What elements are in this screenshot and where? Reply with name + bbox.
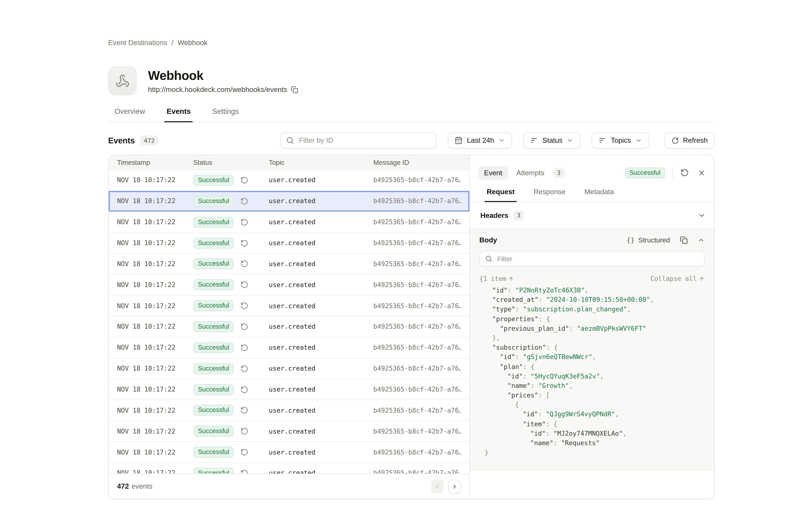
table-row[interactable]: NOV 18 10:17:22Successfuluser.createdb49…: [109, 463, 469, 473]
structured-toggle[interactable]: Structured: [627, 236, 670, 244]
status-badge: Successful: [193, 384, 234, 395]
body-label: Body: [479, 236, 497, 244]
retry-event-icon[interactable]: [680, 168, 689, 177]
row-message-id: b4925365-b8cf-42b7-a76…: [373, 197, 461, 205]
retry-icon[interactable]: [241, 385, 249, 394]
row-status: Successful: [193, 468, 269, 474]
refresh-label: Refresh: [683, 136, 707, 145]
row-topic: user.created: [269, 386, 373, 393]
status-badge: Successful: [193, 216, 234, 228]
retry-icon[interactable]: [241, 406, 249, 414]
topics-filter-button[interactable]: Topics: [592, 132, 649, 149]
copy-url-icon[interactable]: [291, 86, 298, 93]
chevron-down-icon: [498, 137, 505, 144]
tab-event[interactable]: Event: [478, 166, 508, 180]
row-timestamp: NOV 18 10:17:22: [117, 176, 193, 184]
row-topic: user.created: [269, 344, 373, 351]
table-row[interactable]: NOV 18 10:17:22Successfuluser.createdb49…: [109, 191, 469, 212]
table-row[interactable]: NOV 18 10:17:22Successfuluser.createdb49…: [109, 233, 469, 254]
calendar-icon: [455, 136, 463, 145]
page-title: Webhook: [148, 68, 298, 83]
table-row[interactable]: NOV 18 10:17:22Successfuluser.createdb49…: [109, 400, 469, 421]
breadcrumb-webhook[interactable]: Webhook: [178, 39, 208, 47]
row-timestamp: NOV 18 10:17:22: [117, 197, 193, 205]
retry-icon[interactable]: [241, 302, 249, 310]
time-range-button[interactable]: Last 24h: [448, 132, 512, 149]
table-row[interactable]: NOV 18 10:17:22Successfuluser.createdb49…: [109, 358, 469, 379]
table-row[interactable]: NOV 18 10:17:22Successfuluser.createdb49…: [109, 275, 469, 296]
retry-icon[interactable]: [241, 448, 249, 456]
refresh-button[interactable]: Refresh: [665, 132, 715, 149]
tab-metadata[interactable]: Metadata: [584, 188, 614, 202]
row-timestamp: NOV 18 10:17:22: [117, 218, 193, 226]
json-line: "subscription": {: [479, 343, 704, 352]
json-filter-input[interactable]: [496, 254, 699, 263]
row-status: Successful: [193, 447, 269, 458]
time-range-label: Last 24h: [467, 136, 494, 145]
row-message-id: b4925365-b8cf-42b7-a76…: [373, 260, 461, 267]
retry-icon[interactable]: [241, 281, 249, 289]
row-topic: user.created: [269, 323, 373, 330]
retry-icon[interactable]: [241, 176, 249, 184]
row-message-id: b4925365-b8cf-42b7-a76…: [373, 428, 461, 435]
table-row[interactable]: NOV 18 10:17:22Successfuluser.createdb49…: [109, 421, 469, 442]
event-detail-header: Event Attempts 3 Successful: [470, 155, 714, 188]
status-badge: Successful: [193, 300, 234, 311]
webhook-icon: [115, 74, 129, 88]
row-timestamp: NOV 18 10:17:22: [117, 365, 193, 372]
retry-icon[interactable]: [241, 469, 249, 474]
status-badge: Successful: [193, 195, 234, 207]
table-row[interactable]: NOV 18 10:17:22Successfuluser.createdb49…: [109, 317, 469, 338]
status-filter-button[interactable]: Status: [524, 132, 581, 149]
braces-icon: [627, 236, 634, 244]
retry-icon[interactable]: [241, 260, 249, 268]
close-icon[interactable]: [698, 169, 706, 177]
table-row[interactable]: NOV 18 10:17:22Successfuluser.createdb49…: [109, 170, 469, 191]
json-line: "id": "P2NoRtyZoTc46X3B",: [479, 286, 704, 295]
headers-label: Headers: [480, 211, 508, 219]
retry-icon[interactable]: [241, 197, 249, 205]
copy-body-icon[interactable]: [680, 236, 688, 244]
breadcrumb-event-destinations[interactable]: Event Destinations: [108, 39, 167, 47]
retry-icon[interactable]: [241, 323, 249, 331]
tab-events[interactable]: Events: [167, 107, 191, 122]
json-filter[interactable]: [479, 251, 704, 267]
next-page-button[interactable]: [448, 479, 461, 493]
collapse-body-icon[interactable]: [698, 237, 705, 244]
retry-icon[interactable]: [241, 428, 249, 435]
arrow-up-icon: [509, 276, 514, 282]
chevron-down-icon: [567, 137, 573, 144]
retry-icon[interactable]: [241, 239, 249, 247]
table-row[interactable]: NOV 18 10:17:22Successfuluser.createdb49…: [109, 337, 469, 358]
json-line: "name": "Growth",: [479, 381, 704, 391]
search-input[interactable]: [298, 136, 431, 145]
tab-overview[interactable]: Overview: [114, 107, 145, 122]
row-timestamp: NOV 18 10:17:22: [117, 281, 193, 288]
events-table: Timestamp Status Topic Message ID NOV 18…: [109, 155, 470, 499]
row-status: Successful: [193, 342, 269, 353]
footer-event-count: 472: [117, 482, 129, 490]
collapse-all-button[interactable]: Collapse all: [650, 275, 705, 282]
headers-section-toggle[interactable]: Headers 3: [470, 202, 714, 229]
search-icon: [286, 136, 294, 145]
events-heading: Events: [108, 136, 135, 145]
table-row[interactable]: NOV 18 10:17:22Successfuluser.createdb49…: [109, 442, 469, 463]
table-row[interactable]: NOV 18 10:17:22Successfuluser.createdb49…: [109, 254, 469, 275]
table-row[interactable]: NOV 18 10:17:22Successfuluser.createdb49…: [109, 379, 469, 400]
table-row[interactable]: NOV 18 10:17:22Successfuluser.createdb49…: [109, 296, 469, 317]
json-item-count-toggle[interactable]: {1 item: [479, 275, 514, 282]
body-section: Body Structured: [470, 229, 714, 470]
previous-page-button[interactable]: [431, 479, 443, 493]
retry-icon[interactable]: [241, 344, 249, 352]
filter-lines-icon: [530, 136, 538, 145]
tab-request[interactable]: Request: [487, 188, 515, 202]
json-line: "previous_plan_id": "aezmBVpPksWVY6FT": [479, 324, 704, 333]
tab-response[interactable]: Response: [533, 188, 566, 202]
filter-lines-icon: [599, 136, 607, 145]
tab-attempts[interactable]: Attempts 3: [516, 168, 564, 178]
tab-settings[interactable]: Settings: [212, 107, 239, 122]
table-row[interactable]: NOV 18 10:17:22Successfuluser.createdb49…: [109, 212, 469, 233]
retry-icon[interactable]: [241, 365, 249, 373]
retry-icon[interactable]: [241, 218, 249, 226]
filter-by-id-search[interactable]: [281, 132, 437, 149]
